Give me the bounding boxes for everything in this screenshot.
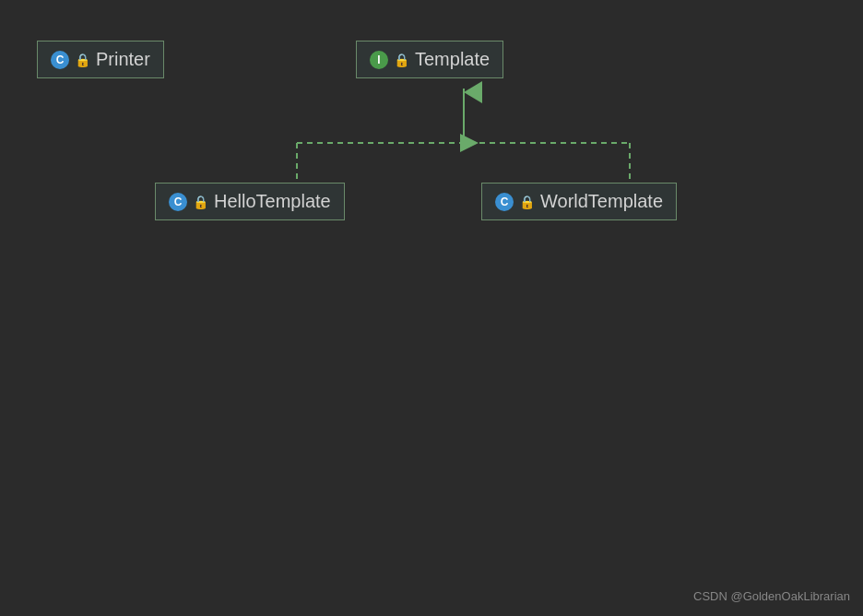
printer-badge: C [51, 51, 69, 69]
hello-template-label: HelloTemplate [214, 191, 331, 212]
watermark: CSDN @GoldenOakLibrarian [693, 589, 850, 603]
hello-template-badge: C [169, 193, 187, 211]
printer-node[interactable]: C 🔒 Printer [37, 41, 164, 78]
template-badge: I [370, 51, 388, 69]
printer-lock-icon: 🔒 [75, 53, 90, 67]
printer-label: Printer [96, 49, 150, 70]
template-lock-icon: 🔒 [394, 53, 409, 67]
world-template-label: WorldTemplate [540, 191, 663, 212]
world-template-node[interactable]: C 🔒 WorldTemplate [481, 183, 677, 220]
hello-template-node[interactable]: C 🔒 HelloTemplate [155, 183, 345, 220]
world-template-lock-icon: 🔒 [519, 195, 535, 209]
connection-lines [0, 0, 863, 616]
template-node[interactable]: I 🔒 Template [356, 41, 503, 78]
template-label: Template [415, 49, 490, 70]
world-template-badge: C [495, 193, 514, 211]
hello-template-lock-icon: 🔒 [193, 195, 208, 209]
diagram-canvas: C 🔒 Printer I 🔒 Template C 🔒 HelloTempla… [0, 0, 863, 616]
